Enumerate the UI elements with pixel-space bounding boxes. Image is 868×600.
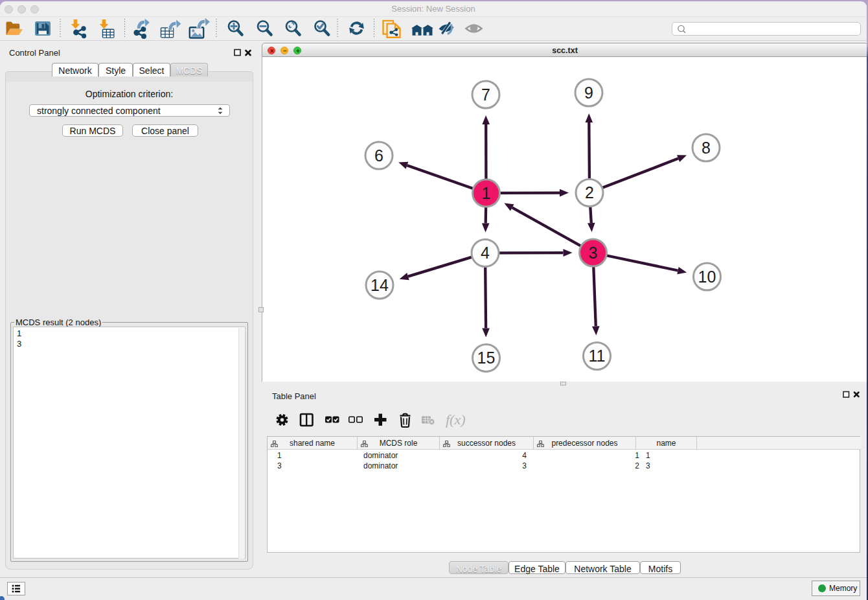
svg-text:f(x): f(x) <box>446 411 466 428</box>
svg-text:6: 6 <box>374 146 383 165</box>
svg-text:8: 8 <box>702 139 711 157</box>
svg-text:4: 4 <box>481 244 490 262</box>
svg-text:7: 7 <box>481 86 490 104</box>
svg-text:1: 1 <box>482 184 491 202</box>
svg-text:9: 9 <box>584 84 593 102</box>
svg-text:3: 3 <box>589 244 598 262</box>
svg-text:2: 2 <box>585 183 594 202</box>
svg-text:14: 14 <box>371 276 389 294</box>
svg-text:10: 10 <box>698 268 716 286</box>
svg-text:15: 15 <box>477 349 496 367</box>
svg-text:11: 11 <box>589 347 606 365</box>
